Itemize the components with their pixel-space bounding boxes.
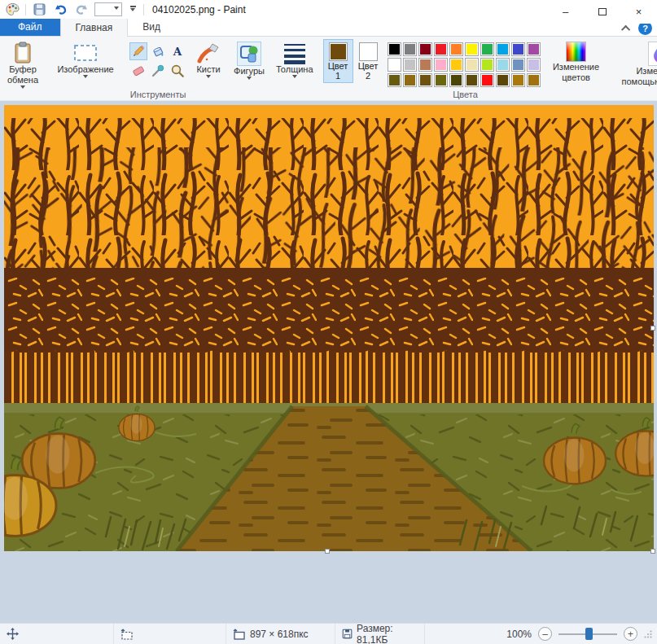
- palette-swatch[interactable]: [388, 58, 401, 72]
- redo-button[interactable]: [73, 2, 90, 18]
- tab-file[interactable]: Файл: [0, 18, 60, 36]
- undo-button[interactable]: [52, 2, 68, 18]
- pencil-icon: [131, 44, 146, 59]
- color-palette: [388, 42, 541, 87]
- eraser-tool[interactable]: [129, 62, 147, 80]
- palette-swatch[interactable]: [449, 58, 463, 72]
- zoom-slider-thumb[interactable]: [585, 628, 593, 640]
- resize-grip-icon: [644, 630, 652, 638]
- file-size-value: Размер: 81,1КБ: [357, 623, 418, 644]
- paint3d-button[interactable]: Изменить с помощью Paint 3D: [615, 39, 657, 87]
- canvas[interactable]: [4, 105, 654, 551]
- palette-swatch[interactable]: [480, 73, 494, 87]
- group-brushes: Кисти: [191, 38, 226, 100]
- pencil-tool[interactable]: [129, 42, 147, 60]
- eraser-icon: [131, 64, 146, 78]
- tab-view[interactable]: Вид: [128, 18, 175, 36]
- resize-handle-bottom[interactable]: [325, 549, 330, 554]
- chevron-down-icon: [206, 75, 211, 81]
- zoom-slider[interactable]: [558, 627, 617, 641]
- brush-icon: [196, 42, 221, 64]
- group-tools: A Инструменты: [127, 38, 189, 100]
- image-button[interactable]: Изображение: [48, 39, 123, 81]
- palette-swatch[interactable]: [418, 42, 432, 56]
- resize-handle-right[interactable]: [650, 326, 655, 331]
- zoom-in-button[interactable]: +: [624, 627, 637, 641]
- palette-swatch[interactable]: [496, 42, 510, 56]
- palette-swatch[interactable]: [403, 58, 417, 72]
- palette-swatch[interactable]: [418, 73, 432, 87]
- palette-swatch[interactable]: [434, 58, 448, 72]
- color2-button[interactable]: Цвет 2: [353, 39, 383, 83]
- maximize-icon: [598, 8, 607, 15]
- zoom-out-button[interactable]: –: [538, 627, 552, 641]
- magnifier-icon: [170, 64, 185, 78]
- color1-button[interactable]: Цвет 1: [323, 39, 353, 83]
- window-controls: – ×: [547, 0, 657, 24]
- palette-swatch[interactable]: [388, 73, 401, 87]
- palette-swatch[interactable]: [418, 58, 432, 72]
- tab-home[interactable]: Главная: [60, 18, 129, 37]
- magnifier-tool[interactable]: [169, 62, 186, 80]
- group-colors: Цвет 1 Цвет 2 Изменение цветов Цвета: [321, 38, 611, 100]
- group-thickness: Толщина: [270, 38, 319, 100]
- palette-swatch[interactable]: [511, 58, 525, 72]
- palette-swatch[interactable]: [465, 58, 479, 72]
- work-area: [0, 101, 657, 623]
- palette-swatch[interactable]: [496, 58, 510, 72]
- fill-tool[interactable]: [149, 42, 167, 60]
- customize-qat-button[interactable]: [127, 6, 138, 14]
- palette-swatch[interactable]: [527, 73, 541, 87]
- palette-swatch[interactable]: [434, 73, 448, 87]
- group-paint3d: Изменить с помощью Paint 3D: [612, 38, 657, 100]
- paint-logo-icon: [4, 2, 20, 18]
- palette-swatch[interactable]: [403, 73, 417, 87]
- palette-swatch[interactable]: [465, 42, 479, 56]
- maximize-button[interactable]: [584, 0, 620, 24]
- group-shapes: Фигуры: [228, 38, 270, 100]
- palette-swatch[interactable]: [449, 42, 463, 56]
- paint3d-icon: [648, 42, 657, 66]
- tools-group-label: Инструменты: [130, 88, 186, 100]
- chevron-down-icon: [130, 8, 135, 14]
- svg-text:A: A: [173, 45, 182, 58]
- edit-colors-icon: [566, 42, 586, 62]
- text-tool[interactable]: A: [169, 42, 186, 60]
- palette-swatch[interactable]: [511, 42, 525, 56]
- palette-swatch[interactable]: [496, 73, 510, 87]
- save-button[interactable]: [31, 2, 47, 18]
- shapes-button[interactable]: Фигуры: [230, 39, 268, 82]
- palette-swatch[interactable]: [465, 73, 479, 87]
- titlebar-separator: [25, 4, 26, 15]
- eyedropper-icon: [151, 64, 165, 78]
- close-button[interactable]: ×: [620, 0, 657, 24]
- palette-swatch[interactable]: [403, 42, 417, 56]
- window-title: 04102025.png - Paint: [152, 4, 246, 15]
- palette-swatch[interactable]: [449, 73, 463, 87]
- collapse-ribbon-icon[interactable]: [621, 24, 630, 33]
- clipboard-button[interactable]: Буфер обмена: [4, 39, 42, 91]
- palette-swatch[interactable]: [480, 58, 494, 72]
- minimize-button[interactable]: –: [547, 0, 584, 24]
- resize-handle-corner[interactable]: [650, 549, 655, 554]
- palette-swatch[interactable]: [388, 42, 401, 56]
- color1-swatch: [329, 42, 348, 61]
- chevron-down-icon: [83, 75, 88, 81]
- shapes-icon: [237, 42, 261, 66]
- palette-swatch[interactable]: [511, 73, 525, 87]
- title-bar: 04102025.png - Paint – ×: [0, 0, 657, 19]
- palette-swatch[interactable]: [527, 42, 541, 56]
- palette-swatch[interactable]: [434, 42, 448, 56]
- eyedropper-tool[interactable]: [149, 62, 167, 80]
- edit-colors-button[interactable]: Изменение цветов: [545, 39, 608, 83]
- cursor-position-icon: [7, 628, 19, 640]
- thickness-button[interactable]: Толщина: [273, 39, 317, 81]
- canvas-size-icon: [233, 629, 246, 640]
- chevron-down-icon: [292, 75, 297, 81]
- brushes-button[interactable]: Кисти: [193, 39, 224, 81]
- palette-swatch[interactable]: [527, 58, 541, 72]
- qat-combobox[interactable]: [94, 2, 122, 16]
- zoom-level-value: 100%: [506, 629, 532, 640]
- color2-swatch: [359, 42, 378, 61]
- palette-swatch[interactable]: [480, 42, 494, 56]
